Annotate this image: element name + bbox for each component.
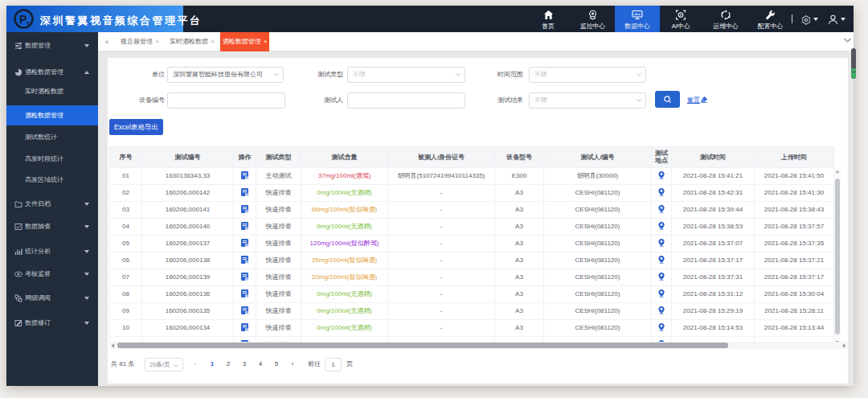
- svg-text:e: e: [27, 20, 30, 26]
- svg-text:P: P: [19, 13, 27, 26]
